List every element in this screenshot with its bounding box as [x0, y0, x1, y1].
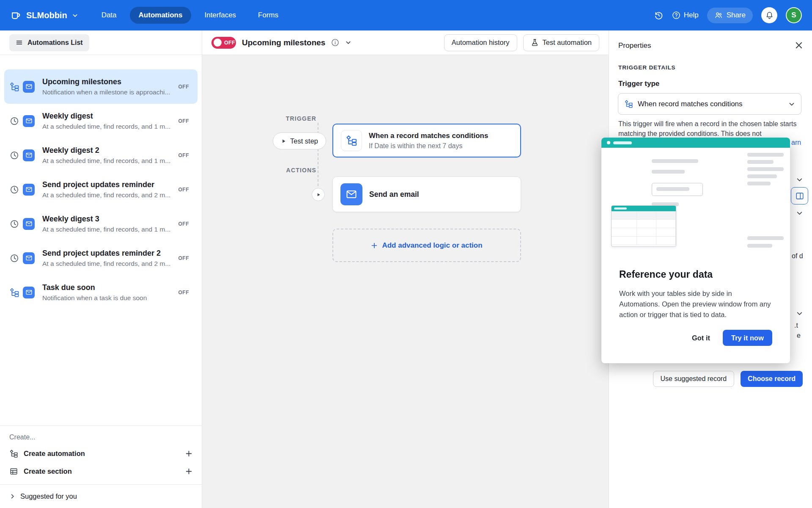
close-panel-button[interactable]	[794, 41, 804, 50]
plus-icon	[185, 450, 192, 457]
create-automation-label: Create automation	[24, 450, 85, 458]
chevron-down-icon[interactable]	[796, 310, 803, 317]
automation-list-item[interactable]: Send project updates reminder At a sched…	[4, 172, 198, 207]
test-step-button[interactable]: Test step	[273, 133, 326, 149]
automation-title: Upcoming milestones	[242, 38, 325, 47]
history-button[interactable]	[654, 11, 664, 20]
automation-title: Weekly digest 2	[42, 146, 173, 155]
automation-status-badge: OFF	[178, 187, 189, 193]
trigger-section-label: TRIGGER	[232, 115, 316, 122]
automation-title: Send project updates reminder 2	[42, 249, 173, 258]
add-advanced-logic-button[interactable]: Add advanced logic or action	[332, 229, 521, 262]
automation-subtitle: At a scheduled time, find records, and 2…	[42, 260, 173, 268]
occluded-text-fragment: of d	[792, 252, 803, 260]
close-icon	[794, 41, 804, 50]
illustration-mini-table-window	[611, 205, 676, 247]
automation-list-item[interactable]: Weekly digest 3 At a scheduled time, fin…	[4, 207, 198, 241]
clock-trigger-icon	[9, 150, 19, 160]
preview-window-icon	[795, 191, 804, 201]
workflow-trigger-icon	[341, 130, 362, 151]
automation-list-item[interactable]: Weekly digest 2 At a scheduled time, fin…	[4, 138, 198, 172]
menu-icon	[16, 39, 23, 46]
automation-status-badge: OFF	[178, 152, 189, 158]
automation-history-button[interactable]: Automation history	[444, 34, 517, 51]
email-action-icon	[23, 218, 35, 230]
sidebar-footer: Create... Create automation Create secti…	[0, 425, 202, 508]
occluded-text-fragment: .t	[794, 322, 798, 329]
automation-title: Weekly digest 3	[42, 215, 173, 224]
help-label: Help	[684, 11, 699, 19]
automations-sidebar: Automations List Upcoming milestones Not…	[0, 30, 202, 508]
illustration-line	[652, 170, 685, 174]
create-section-label: Create section	[24, 467, 72, 475]
trigger-card-title: When a record matches conditions	[369, 132, 488, 140]
choose-record-button[interactable]: Choose record	[741, 371, 803, 387]
create-automation-button[interactable]: Create automation	[9, 444, 192, 462]
share-people-icon	[714, 11, 723, 19]
learn-more-link-fragment[interactable]: arn	[791, 139, 801, 146]
illustration-line	[747, 244, 772, 248]
automation-title: Send project updates reminder	[42, 180, 173, 189]
run-action-play-button[interactable]	[312, 188, 325, 201]
bell-icon	[765, 11, 774, 20]
create-section-button[interactable]: Create section	[9, 462, 192, 480]
chevron-down-icon[interactable]	[796, 210, 803, 217]
avatar-initial: S	[791, 11, 796, 19]
automation-on-off-toggle[interactable]: OFF	[211, 37, 236, 49]
trigger-card-subtitle: If Date is within the next 7 days	[369, 142, 488, 150]
chevron-down-icon[interactable]	[796, 176, 803, 183]
nav-right-controls: Help Share S	[654, 7, 802, 23]
open-preview-window-button[interactable]	[791, 187, 808, 204]
notifications-button[interactable]	[761, 7, 777, 23]
workflow-trigger-icon	[9, 82, 19, 92]
chevron-down-icon[interactable]	[345, 39, 351, 46]
popup-title: Reference your data	[619, 269, 713, 280]
automations-list-button[interactable]: Automations List	[9, 34, 89, 51]
nav-tab-automations[interactable]: Automations	[130, 7, 192, 24]
email-action-icon	[23, 287, 35, 298]
chevron-down-icon	[788, 101, 795, 108]
automation-subtitle: Notification when a milestone is approac…	[42, 88, 173, 96]
illustration-line	[747, 153, 784, 157]
trigger-type-select[interactable]: When record matches conditions	[618, 93, 801, 115]
try-it-now-button[interactable]: Try it now	[723, 330, 772, 346]
chevron-right-icon	[9, 493, 16, 500]
automation-status-badge: OFF	[178, 221, 189, 227]
workflow-trigger-icon	[9, 287, 19, 298]
help-button[interactable]: Help	[672, 11, 699, 19]
info-icon[interactable]	[331, 39, 339, 47]
automation-status-badge: OFF	[178, 84, 189, 90]
plus-icon	[185, 468, 192, 475]
nav-tab-data[interactable]: Data	[93, 7, 126, 24]
got-it-button[interactable]: Got it	[692, 334, 710, 342]
nav-tab-forms[interactable]: Forms	[249, 7, 287, 24]
nav-tab-interfaces[interactable]: Interfaces	[195, 7, 245, 24]
illustration-browser-bar	[601, 138, 790, 148]
suggested-for-you-toggle[interactable]: Suggested for you	[0, 484, 202, 508]
use-suggested-record-button[interactable]: Use suggested record	[653, 371, 735, 387]
automation-list-item[interactable]: Weekly digest At a scheduled time, find …	[4, 104, 198, 138]
action-card[interactable]: Send an email	[332, 177, 521, 212]
trigger-card[interactable]: When a record matches conditions If Date…	[332, 124, 521, 157]
history-icon	[654, 11, 664, 20]
share-label: Share	[727, 11, 746, 19]
email-action-icon	[340, 183, 362, 205]
automation-list-item[interactable]: Send project updates reminder 2 At a sch…	[4, 241, 198, 275]
automation-list-item[interactable]: Upcoming milestones Notification when a …	[4, 69, 198, 104]
illustration-line	[747, 167, 784, 171]
illustration-highlight-row	[652, 183, 703, 196]
automation-subtitle: At a scheduled time, find records, and 1…	[42, 157, 173, 165]
email-action-icon	[23, 252, 35, 264]
workspace-switcher[interactable]: SLMobbin	[10, 10, 78, 21]
illustration-mini-table	[612, 211, 676, 245]
sidebar-header: Automations List	[0, 30, 202, 55]
clock-trigger-icon	[9, 185, 19, 195]
automation-status-badge: OFF	[178, 118, 189, 124]
user-avatar[interactable]: S	[786, 7, 802, 23]
app-logo-mug-icon	[10, 10, 22, 21]
test-automation-button[interactable]: Test automation	[523, 34, 599, 51]
share-button[interactable]: Share	[707, 8, 753, 23]
chevron-down-icon	[72, 12, 78, 19]
automation-list-item[interactable]: Task due soon Notification when a task i…	[4, 275, 198, 309]
toggle-knob	[214, 39, 222, 47]
